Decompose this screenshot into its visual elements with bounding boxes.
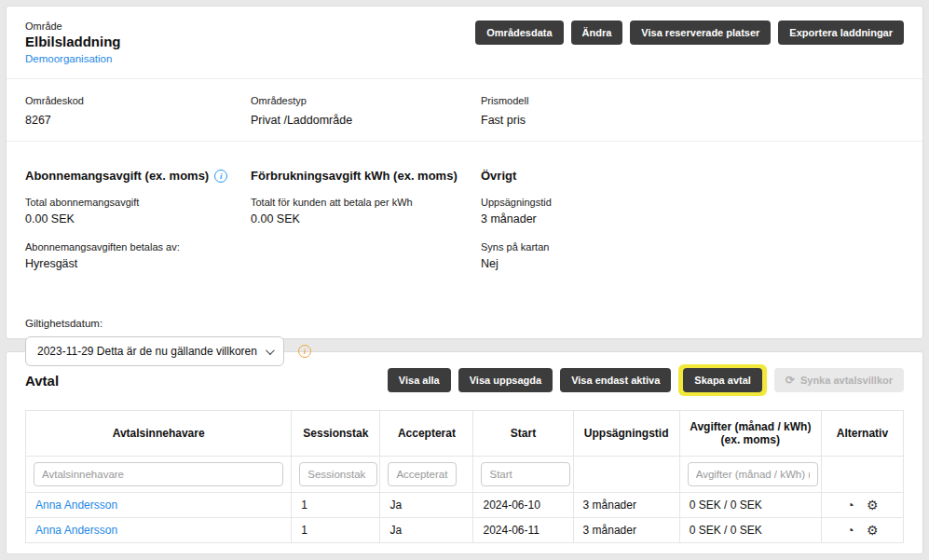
page-title: Elbilsladdning	[25, 34, 121, 49]
filter-fees-input[interactable]	[688, 462, 818, 486]
subscription-fee-title-text: Abonnemangsavgift (ex. moms)	[25, 169, 209, 183]
filter-accepted-input[interactable]	[388, 462, 457, 486]
table-header-row: Avtalsinnehavare Sessionstak Accepterat …	[26, 411, 904, 457]
create-contract-button[interactable]: Skapa avtal	[683, 368, 762, 392]
contracts-header: Avtal Visa alla Visa uppsagda Visa endas…	[25, 364, 904, 396]
visible-on-map-value: Nej	[481, 257, 904, 270]
header-session-cap: Sessionstak	[292, 411, 380, 457]
notice-period-label: Uppsägningstid	[481, 197, 904, 208]
divider	[7, 78, 922, 79]
area-details: Områdeskod 8267 Områdestyp Privat /Laddo…	[25, 91, 904, 129]
header-accepted: Accepterat	[380, 411, 473, 457]
cell-notice-period: 3 månader	[573, 493, 679, 518]
total-subscription-label: Total abonnemangsavgift	[25, 197, 251, 208]
price-model-value: Fast pris	[481, 114, 904, 127]
cell-start: 2024-06-11	[473, 518, 573, 543]
table-row: Anna Andersson 1 Ja 2024-06-11 3 månader…	[26, 518, 904, 543]
header-fees: Avgifter (månad / kWh) (ex. moms)	[679, 411, 821, 457]
area-kicker: Område	[25, 20, 121, 32]
visible-on-map-label: Syns på kartan	[481, 241, 904, 253]
header-notice-period: Uppsägningstid	[573, 411, 679, 457]
table-row: Anna Andersson 1 Ja 2024-06-10 3 månader…	[26, 493, 904, 518]
validity-selected-option: 2023-11-29 Detta är de nu gällande villk…	[37, 345, 257, 358]
page: Område Elbilsladdning Demoorganisation O…	[0, 0, 929, 560]
contracts-card: Avtal Visa alla Visa uppsagda Visa endas…	[6, 351, 923, 554]
cell-options: ◔ ⚙	[821, 493, 903, 518]
table-filter-row	[26, 457, 904, 493]
gear-icon[interactable]: ⚙	[867, 523, 879, 538]
warning-info-icon[interactable]: i	[298, 345, 311, 358]
area-type-label: Områdestyp	[251, 95, 481, 106]
divider	[7, 141, 922, 142]
contract-holder-link[interactable]: Anna Andersson	[35, 499, 117, 512]
cell-session-cap: 1	[292, 518, 380, 543]
filter-empty-cell	[821, 457, 903, 493]
field-price-model: Prismodell Fast pris	[481, 95, 904, 127]
consumption-fee-title: Förbrukningsavgift kWh (ex. moms)	[251, 169, 481, 183]
cell-notice-period: 3 månader	[573, 518, 679, 543]
paid-by-label: Abonnemangsavgiften betalas av:	[25, 241, 251, 253]
validity-select[interactable]: 2023-11-29 Detta är de nu gällande villk…	[25, 336, 284, 366]
header-contract-holder: Avtalsinnehavare	[26, 411, 292, 457]
other-column: Övrigt Uppsägningstid 3 månader Syns på …	[481, 169, 904, 286]
filter-empty-cell	[573, 457, 679, 493]
show-terminated-button[interactable]: Visa uppsagda	[458, 368, 553, 392]
edit-button[interactable]: Ändra	[571, 20, 623, 45]
cell-options: ◔ ⚙	[821, 518, 903, 543]
consumption-fee-column: Förbrukningsavgift kWh (ex. moms) Totalt…	[251, 169, 481, 286]
header-options: Alternativ	[821, 411, 903, 457]
show-active-only-button[interactable]: Visa endast aktiva	[560, 368, 671, 392]
header-start: Start	[473, 411, 573, 457]
subscription-fee-title: Abonnemangsavgift (ex. moms) i	[25, 169, 251, 183]
area-type-value: Privat /Laddområde	[251, 114, 481, 127]
area-code-value: 8267	[25, 114, 251, 127]
export-chargings-button[interactable]: Exportera laddningar	[778, 20, 904, 45]
filter-start-input[interactable]	[481, 462, 570, 486]
areadata-button[interactable]: Områdesdata	[475, 20, 563, 45]
contracts-actions: Visa alla Visa uppsagda Visa endast akti…	[388, 364, 904, 396]
cell-session-cap: 1	[292, 493, 380, 518]
per-kwh-value: 0.00 SEK	[251, 212, 481, 225]
chevron-down-icon	[266, 346, 275, 355]
sync-icon: ⟳	[786, 375, 795, 386]
sync-button-label: Synka avtalsvillkor	[800, 375, 893, 386]
contracts-title: Avtal	[25, 373, 59, 389]
total-subscription-value: 0.00 SEK	[25, 212, 251, 225]
show-reserved-button[interactable]: Visa reserverade platser	[630, 20, 771, 45]
other-title: Övrigt	[481, 169, 904, 183]
contract-holder-link[interactable]: Anna Andersson	[35, 524, 117, 537]
filter-session-cap-input[interactable]	[299, 462, 377, 486]
info-icon[interactable]: i	[214, 170, 227, 183]
sync-contract-terms-button[interactable]: ⟳ Synka avtalsvillkor	[774, 368, 904, 392]
pricing-section: Abonnemangsavgift (ex. moms) i Total abo…	[25, 154, 904, 286]
area-code-label: Områdeskod	[25, 95, 251, 106]
show-all-button[interactable]: Visa alla	[388, 368, 451, 392]
contracts-table: Avtalsinnehavare Sessionstak Accepterat …	[25, 410, 904, 543]
notice-period-value: 3 månader	[481, 212, 904, 225]
organization-link[interactable]: Demoorganisation	[25, 53, 112, 64]
price-model-label: Prismodell	[481, 95, 904, 106]
cell-accepted: Ja	[380, 493, 473, 518]
area-card-header: Område Elbilsladdning Demoorganisation O…	[25, 20, 904, 66]
cell-start: 2024-06-10	[473, 493, 573, 518]
field-area-type: Områdestyp Privat /Laddområde	[251, 95, 481, 127]
validity-label: Giltighetsdatum:	[25, 318, 904, 329]
history-icon[interactable]: ◔	[846, 498, 854, 512]
title-block: Område Elbilsladdning Demoorganisation	[25, 20, 121, 66]
history-icon[interactable]: ◔	[846, 523, 854, 538]
area-card: Område Elbilsladdning Demoorganisation O…	[6, 6, 923, 339]
cell-accepted: Ja	[380, 518, 473, 543]
gear-icon[interactable]: ⚙	[867, 498, 879, 512]
filter-contract-holder-input[interactable]	[34, 462, 283, 486]
cell-fees: 0 SEK / 0 SEK	[679, 493, 821, 518]
subscription-fee-column: Abonnemangsavgift (ex. moms) i Total abo…	[25, 169, 251, 286]
area-actions: Områdesdata Ändra Visa reserverade plats…	[475, 20, 904, 45]
cell-fees: 0 SEK / 0 SEK	[679, 518, 821, 543]
paid-by-value: Hyresgäst	[25, 257, 251, 270]
create-contract-highlight: Skapa avtal	[678, 364, 767, 396]
per-kwh-label: Totalt för kunden att betala per kWh	[251, 197, 481, 208]
field-area-code: Områdeskod 8267	[25, 95, 251, 127]
